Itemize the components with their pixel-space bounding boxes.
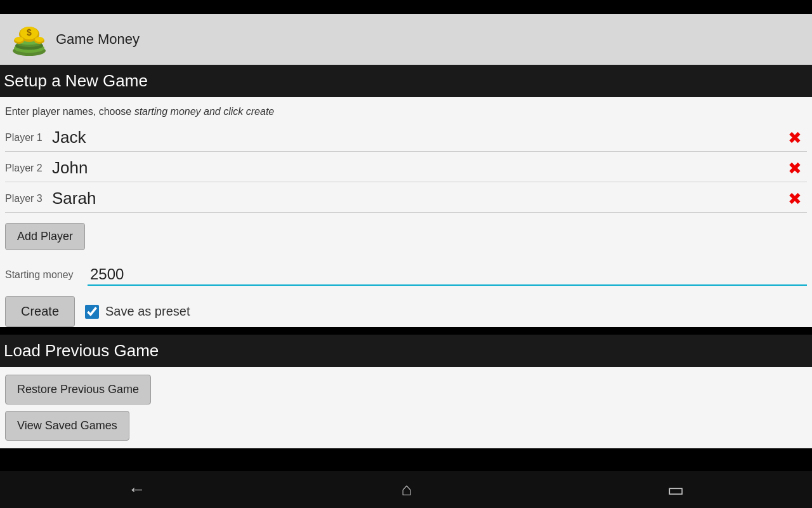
- save-as-preset-text: Save as preset: [105, 304, 190, 319]
- player-2-delete-button[interactable]: ✖: [783, 157, 807, 179]
- recent-apps-icon[interactable]: ▭: [652, 474, 699, 505]
- player-1-row: Player 1 ✖: [5, 124, 807, 152]
- player-3-row: Player 3 ✖: [5, 185, 807, 213]
- player-2-input[interactable]: [49, 157, 783, 179]
- add-player-button[interactable]: Add Player: [5, 223, 85, 250]
- setup-content: Enter player names, choose starting mone…: [0, 97, 812, 327]
- home-icon[interactable]: ⌂: [386, 474, 428, 505]
- save-as-preset-checkbox[interactable]: [85, 305, 99, 319]
- setup-section-title: Setup a New Game: [0, 65, 812, 97]
- app-logo: $: [10, 20, 48, 58]
- load-section-title: Load Previous Game: [0, 335, 812, 367]
- svg-point-11: [35, 37, 44, 42]
- save-as-preset-label[interactable]: Save as preset: [85, 304, 190, 319]
- player-1-input[interactable]: [49, 126, 783, 149]
- starting-money-label: Starting money: [5, 269, 88, 281]
- player-1-delete-button[interactable]: ✖: [783, 127, 807, 149]
- player-1-label: Player 1: [5, 132, 49, 144]
- player-3-label: Player 3: [5, 193, 49, 204]
- starting-money-input[interactable]: [88, 264, 807, 286]
- player-3-delete-button[interactable]: ✖: [783, 188, 807, 210]
- setup-section: Setup a New Game Enter player names, cho…: [0, 65, 812, 327]
- player-3-input[interactable]: [49, 187, 783, 210]
- load-section: Load Previous Game Restore Previous Game…: [0, 335, 812, 448]
- status-bar: [0, 0, 812, 14]
- view-saved-games-button[interactable]: View Saved Games: [5, 411, 129, 441]
- create-row: Create Save as preset: [5, 296, 807, 327]
- app-title: Game Money: [56, 31, 140, 48]
- svg-text:$: $: [27, 27, 32, 37]
- starting-money-row: Starting money: [5, 264, 807, 286]
- back-icon[interactable]: ←: [113, 474, 161, 505]
- player-2-label: Player 2: [5, 163, 49, 174]
- app-header: $ Game Money: [0, 14, 812, 65]
- setup-subtitle: Enter player names, choose starting mone…: [5, 102, 807, 124]
- svg-point-9: [15, 37, 23, 42]
- player-2-row: Player 2 ✖: [5, 154, 807, 182]
- load-buttons-container: Restore Previous Game View Saved Games: [0, 367, 812, 448]
- bottom-nav: ← ⌂ ▭: [0, 471, 812, 508]
- restore-previous-game-button[interactable]: Restore Previous Game: [5, 375, 151, 404]
- create-button[interactable]: Create: [5, 296, 75, 327]
